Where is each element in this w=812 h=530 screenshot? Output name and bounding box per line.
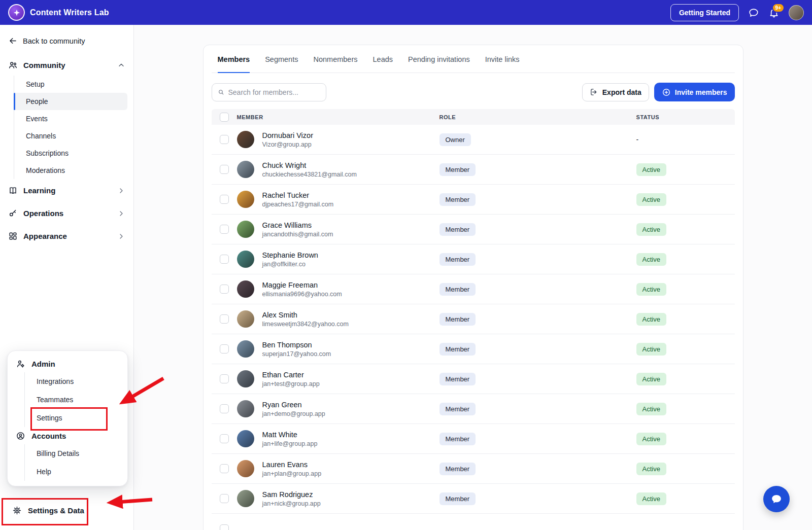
sidebar-item-label: Subscriptions [26, 149, 69, 157]
sidebar-item[interactable]: Channels [14, 127, 127, 145]
member-avatar [237, 280, 254, 298]
search-input[interactable] [228, 88, 320, 96]
member-email: jancandothis@gmail.com [262, 231, 333, 238]
accounts-section[interactable]: Accounts [8, 427, 127, 444]
export-data-button[interactable]: Export data [582, 83, 649, 101]
member-email: Vizor@group.app [262, 141, 313, 148]
table-row[interactable]: Ryan Green jan+demo@group.app Member Act… [212, 394, 735, 424]
row-checkbox[interactable] [220, 285, 229, 294]
app-logo[interactable] [8, 4, 25, 21]
row-checkbox[interactable] [220, 314, 229, 324]
accounts-label: Accounts [31, 432, 66, 440]
back-arrow-icon [8, 36, 18, 46]
admin-label: Admin [31, 360, 55, 368]
row-checkbox[interactable] [220, 195, 229, 204]
sidebar-group[interactable]: Operations [0, 202, 133, 225]
role-badge: Member [439, 193, 476, 206]
tab[interactable]: Nonmembers [313, 45, 357, 73]
sidebar-item[interactable]: Events [14, 110, 127, 127]
tab[interactable]: Segments [265, 45, 298, 73]
row-checkbox[interactable] [220, 494, 229, 503]
table-row[interactable]: Maggie Freeman ellismania9696@yahoo.com … [212, 274, 735, 304]
row-checkbox[interactable] [220, 464, 229, 473]
member-name: Ethan Carter [262, 370, 320, 379]
table-row[interactable]: Ethan Carter jan+test@group.app Member A… [212, 364, 735, 394]
row-checkbox[interactable] [220, 225, 229, 234]
row-checkbox[interactable] [220, 344, 229, 354]
admin-menu-item[interactable]: Settings [25, 409, 127, 427]
row-checkbox[interactable] [220, 165, 229, 174]
member-name: Matt White [262, 430, 318, 439]
tab[interactable]: Pending invitations [408, 45, 470, 73]
sidebar-section-community[interactable]: Community [0, 55, 133, 76]
table-row[interactable]: Matt White jan+life@group.app Member Act… [212, 424, 735, 454]
member-email: jan@offkilter.co [262, 261, 318, 268]
chevron-right-icon [117, 187, 125, 195]
admin-menu-item-label: Teammates [37, 396, 73, 404]
table-row[interactable]: Alex Smith limesweetjm3842@yahoo.com Mem… [212, 304, 735, 334]
table-row[interactable]: Lauren Evans jan+plan@group.app Member A… [212, 454, 735, 484]
status-badge: Active [636, 313, 666, 326]
member-email: jan+plan@group.app [262, 470, 322, 477]
accounts-menu-item[interactable]: Help [25, 463, 127, 481]
member-name: Ryan Green [262, 400, 325, 409]
table-row[interactable]: Dornubari Vizor Vizor@group.app Owner - [212, 125, 735, 155]
role-badge: Member [439, 433, 476, 445]
sidebar-group-label: Appearance [23, 232, 67, 240]
sidebar-item[interactable]: People [14, 93, 127, 110]
table-row[interactable]: Grace Williams jancandothis@gmail.com Me… [212, 215, 735, 244]
sidebar-group[interactable]: Learning [0, 179, 133, 202]
tab[interactable]: Members [218, 45, 250, 73]
accounts-menu-item[interactable]: Billing Details [25, 444, 127, 463]
status-badge: Active [636, 463, 666, 475]
role-badge: Member [439, 343, 476, 356]
member-email: djpeaches17@gmail.com [262, 201, 334, 208]
row-checkbox[interactable] [220, 434, 229, 443]
notifications-bell-icon[interactable]: 9+ [768, 7, 780, 18]
admin-section[interactable]: Admin [8, 355, 127, 372]
table-row[interactable]: Ben Thompson superjan17@yahoo.com Member… [212, 334, 735, 364]
messages-icon[interactable] [748, 7, 759, 18]
tab[interactable]: Leads [373, 45, 393, 73]
member-name: Sam Rodriguez [262, 490, 321, 499]
sidebar-item[interactable]: Moderations [14, 162, 127, 179]
table-row[interactable]: Sam Rodriguez jan+nick@group.app Member … [212, 484, 735, 514]
row-checkbox[interactable] [220, 255, 229, 264]
row-checkbox[interactable] [220, 404, 229, 413]
admin-menu-item[interactable]: Teammates [25, 391, 127, 409]
back-to-community-link[interactable]: Back to community [0, 25, 133, 55]
row-checkbox[interactable] [220, 374, 229, 383]
community-icon [8, 60, 18, 70]
members-toolbar: Export data Invite members [212, 83, 735, 101]
table-row-partial[interactable] [212, 514, 735, 530]
member-name: Alex Smith [262, 310, 349, 320]
status-badge: - [636, 135, 639, 144]
admin-menu-item[interactable]: Integrations [25, 372, 127, 391]
table-row[interactable]: Chuck Wright chuckiechesse43821@gmail.co… [212, 155, 735, 185]
getting-started-button[interactable]: Getting Started [670, 4, 739, 21]
admin-items: Integrations Teammates Settings [24, 372, 127, 427]
table-row[interactable]: Stephanie Brown jan@offkilter.co Member … [212, 244, 735, 274]
sidebar-item[interactable]: Subscriptions [14, 145, 127, 162]
row-checkbox[interactable] [220, 524, 229, 530]
member-name: Dornubari Vizor [262, 131, 313, 140]
role-badge: Member [439, 163, 476, 176]
status-badge: Active [636, 492, 666, 505]
settings-and-data-button[interactable]: Settings & Data [0, 499, 133, 522]
chat-launcher-button[interactable] [763, 486, 790, 512]
sidebar-item-label: People [26, 97, 48, 105]
status-badge: Active [636, 403, 666, 415]
select-all-checkbox[interactable] [220, 113, 229, 122]
user-avatar[interactable] [789, 5, 804, 20]
accounts-menu-item-label: Billing Details [37, 449, 79, 457]
member-email: jan+life@group.app [262, 440, 318, 447]
member-search[interactable] [212, 83, 326, 101]
table-row[interactable]: Rachel Tucker djpeaches17@gmail.com Memb… [212, 185, 735, 215]
sidebar-group[interactable]: Appearance [0, 225, 133, 248]
plus-circle-icon [662, 88, 671, 97]
invite-members-button[interactable]: Invite members [654, 83, 735, 101]
sidebar-item[interactable]: Setup [14, 76, 127, 93]
row-checkbox[interactable] [220, 135, 229, 144]
column-role: ROLE [439, 114, 636, 120]
tab[interactable]: Invite links [485, 45, 520, 73]
